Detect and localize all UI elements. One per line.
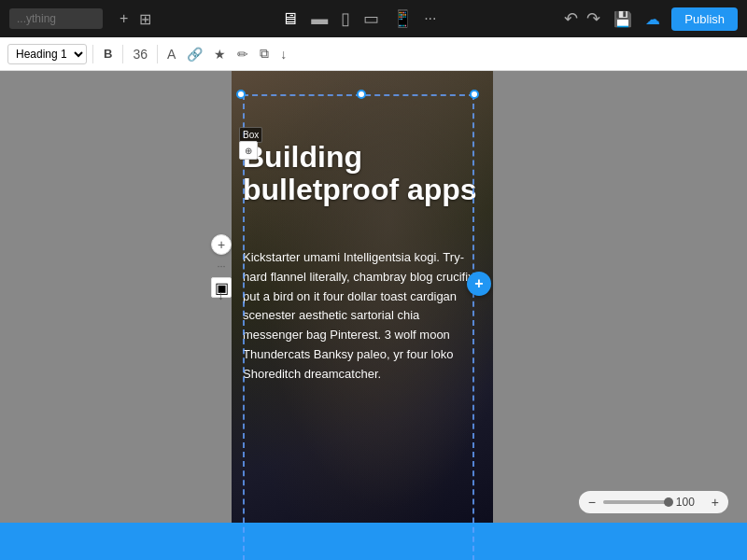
zoom-in-button[interactable]: + bbox=[712, 495, 719, 510]
zoom-value: 100 bbox=[676, 496, 704, 509]
grid-icon[interactable]: ⊞ bbox=[137, 8, 153, 30]
tablet-portrait-icon[interactable]: ▯ bbox=[339, 7, 352, 31]
main-toolbar: + ⊞ 🖥 ▬ ▯ ▭ 📱 ··· ↶ ↷ 💾 ☁ Publish bbox=[0, 0, 747, 37]
zoom-slider-fill bbox=[603, 500, 669, 504]
mobile-portrait-icon[interactable]: 📱 bbox=[390, 7, 415, 31]
mobile-landscape-icon[interactable]: ▭ bbox=[361, 7, 381, 31]
add-section-button[interactable]: + bbox=[211, 234, 232, 255]
font-size-display: 36 bbox=[129, 44, 151, 64]
star-icon[interactable]: ★ bbox=[210, 44, 230, 64]
toolbar-add-icons: + ⊞ bbox=[118, 8, 153, 30]
add-icon[interactable]: + bbox=[118, 8, 130, 30]
more-devices-icon[interactable]: ··· bbox=[424, 10, 436, 27]
right-add-button[interactable]: + bbox=[467, 272, 491, 296]
toolbar-center: 🖥 ▬ ▯ ▭ 📱 ··· bbox=[153, 7, 562, 31]
down-arrow-left[interactable]: ↓ bbox=[218, 287, 224, 302]
bottom-bar bbox=[0, 523, 747, 560]
hero-section: Building bulletproof apps Kickstarter um… bbox=[232, 71, 493, 560]
resize-handle-tc[interactable] bbox=[357, 90, 366, 99]
paint-icon[interactable]: ✏ bbox=[233, 44, 252, 64]
duplicate-icon[interactable]: ⧉ bbox=[256, 43, 273, 64]
move-handle[interactable]: ⊕ bbox=[239, 141, 258, 160]
link-icon[interactable]: 🔗 bbox=[183, 44, 206, 64]
zoom-slider-thumb[interactable] bbox=[664, 497, 673, 507]
heading-select[interactable]: Heading 1 bbox=[7, 44, 87, 64]
resize-handle-tl[interactable] bbox=[236, 90, 246, 99]
box-label: Box bbox=[243, 130, 259, 140]
zoom-controls: − 100 + bbox=[579, 491, 728, 513]
zoom-slider[interactable] bbox=[603, 500, 669, 504]
body-text: Kickstarter umami Intelligentsia kogi. T… bbox=[232, 183, 493, 396]
tablet-landscape-icon[interactable]: ▬ bbox=[309, 7, 330, 31]
toolbar-right: ↶ ↷ 💾 ☁ Publish bbox=[562, 7, 738, 31]
bold-button[interactable]: B bbox=[99, 44, 117, 63]
search-input[interactable] bbox=[9, 8, 103, 29]
cloud-button[interactable]: ☁ bbox=[643, 8, 662, 30]
save-button[interactable]: 💾 bbox=[612, 8, 634, 30]
text-color-icon[interactable]: A bbox=[163, 44, 179, 64]
undo-redo-group: ↶ ↷ bbox=[562, 7, 602, 31]
divider-1 bbox=[92, 45, 93, 63]
redo-button[interactable]: ↷ bbox=[585, 7, 602, 31]
zoom-out-button[interactable]: − bbox=[588, 495, 596, 510]
undo-button[interactable]: ↶ bbox=[562, 7, 580, 31]
divider-2 bbox=[122, 45, 123, 63]
canvas-area: Building bulletproof apps Kickstarter um… bbox=[0, 71, 747, 560]
format-toolbar: Heading 1 B 36 A 🔗 ★ ✏ ⧉ ↓ bbox=[0, 37, 747, 71]
desktop-icon[interactable]: 🖥 bbox=[279, 7, 300, 31]
down-arrow-icon[interactable]: ↓ bbox=[276, 44, 290, 64]
toolbar-left: + ⊞ bbox=[9, 8, 153, 30]
more-options-icon[interactable]: ··· bbox=[211, 260, 232, 272]
resize-handle-tr[interactable] bbox=[470, 90, 479, 99]
divider-3 bbox=[157, 45, 158, 63]
publish-button[interactable]: Publish bbox=[671, 7, 738, 31]
